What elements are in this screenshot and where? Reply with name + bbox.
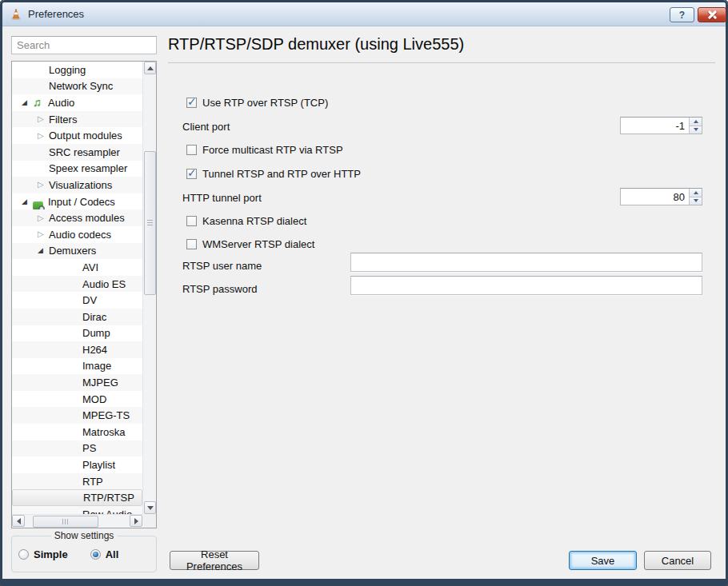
kasenna-row: Kasenna RTSP dialect xyxy=(186,215,306,227)
tree-item-label: Visualizations xyxy=(49,179,112,191)
tree-item-label: Matroska xyxy=(82,426,125,438)
tree-item-label: DV xyxy=(82,294,97,306)
spin-up-icon xyxy=(694,120,698,123)
show-settings-legend: Show settings xyxy=(51,530,118,541)
tree-item-label: Input / Codecs xyxy=(48,196,115,208)
tree-item-label: PS xyxy=(82,442,96,454)
horizontal-scroll-thumb[interactable] xyxy=(33,516,98,528)
tree-item-image[interactable]: Image xyxy=(12,358,142,375)
http-tunnel-port-label: HTTP tunnel port xyxy=(182,192,262,204)
tree-item-dirac[interactable]: Dirac xyxy=(12,309,142,325)
tree-item-mod[interactable]: MOD xyxy=(12,391,142,408)
collapse-arrow-icon[interactable]: ▷ xyxy=(38,181,49,189)
tree-item-label: Audio codecs xyxy=(49,229,111,241)
tree-item-rtp[interactable]: RTP xyxy=(12,473,142,490)
tree-item-output-modules[interactable]: ▷Output modules xyxy=(12,127,142,144)
wmserver-checkbox[interactable] xyxy=(186,239,197,249)
collapse-arrow-icon[interactable]: ▷ xyxy=(38,214,49,222)
horizontal-scrollbar[interactable] xyxy=(12,514,142,528)
tree-item-mpeg-ts[interactable]: MPEG-TS xyxy=(12,407,142,424)
simple-radio[interactable] xyxy=(18,549,29,560)
tree-item-label: Audio xyxy=(48,97,74,109)
kasenna-checkbox[interactable] xyxy=(186,216,197,226)
http-tunnel-port-spinner[interactable]: 80 xyxy=(620,188,702,205)
rtsp-user-input[interactable] xyxy=(350,253,702,272)
scroll-up-button[interactable] xyxy=(144,62,156,74)
tree-item-avi[interactable]: AVI xyxy=(12,259,142,276)
tree-item-label: Filters xyxy=(49,114,77,126)
rtsp-password-input[interactable] xyxy=(350,276,702,295)
expand-arrow-icon[interactable]: ◢ xyxy=(38,247,49,254)
page-title: RTP/RTSP/SDP demuxer (using Live555) xyxy=(168,35,464,54)
client-port-spinner[interactable]: -1 xyxy=(620,117,702,134)
tree-item-label: H264 xyxy=(82,344,107,356)
search-input[interactable] xyxy=(11,36,157,54)
spin-up-button[interactable] xyxy=(690,118,702,126)
all-radio[interactable] xyxy=(90,549,101,560)
tree-item-audio[interactable]: ◢♫Audio xyxy=(12,94,142,111)
close-button[interactable] xyxy=(698,7,726,22)
scroll-left-button[interactable] xyxy=(12,515,25,527)
tree-item-matroska[interactable]: Matroska xyxy=(12,424,142,440)
tree-item-audio-es[interactable]: Audio ES xyxy=(12,276,142,293)
tunnel-http-checkbox[interactable] xyxy=(186,169,197,179)
collapse-arrow-icon[interactable]: ▷ xyxy=(38,132,49,140)
tree-item-label: Dump xyxy=(82,327,110,339)
tree-item-speex-resampler[interactable]: Speex resampler xyxy=(12,161,142,177)
vlc-cone-icon xyxy=(10,8,22,21)
tree-item-network-sync[interactable]: Network Sync xyxy=(12,78,142,95)
tree-item-dv[interactable]: DV xyxy=(12,292,142,309)
kasenna-label: Kasenna RTSP dialect xyxy=(202,215,306,227)
spin-down-button[interactable] xyxy=(690,197,702,205)
expand-arrow-icon[interactable]: ◢ xyxy=(22,99,33,106)
tunnel-http-row: Tunnel RTSP and RTP over HTTP xyxy=(186,168,361,180)
down-arrow-icon xyxy=(147,506,154,510)
titlebar[interactable]: Preferences ? xyxy=(2,2,726,26)
tree-item-label: Audio ES xyxy=(82,278,126,290)
tunnel-http-label: Tunnel RTSP and RTP over HTTP xyxy=(202,168,361,180)
tree-item-playlist[interactable]: Playlist xyxy=(12,456,142,473)
reset-preferences-button[interactable]: Reset Preferences xyxy=(170,551,259,570)
tree-item-input-codecs[interactable]: ◢Input / Codecs xyxy=(12,193,142,210)
tree-item-raw-audio[interactable]: Raw Audio xyxy=(12,506,142,514)
tree-item-visualizations[interactable]: ▷Visualizations xyxy=(12,177,142,193)
title-divider xyxy=(168,62,715,63)
tree-item-h264[interactable]: H264 xyxy=(12,341,142,358)
spin-down-button[interactable] xyxy=(690,126,702,134)
tree-item-label: SRC resampler xyxy=(49,146,120,158)
scrollbar-corner xyxy=(142,514,156,528)
force-multicast-label: Force multicast RTP via RTSP xyxy=(202,144,343,156)
use-rtp-over-rtsp-label: Use RTP over RTSP (TCP) xyxy=(202,97,328,109)
tree-item-ps[interactable]: PS xyxy=(12,440,142,457)
help-button[interactable]: ? xyxy=(670,7,694,22)
tree-item-access-modules[interactable]: ▷Access modules xyxy=(12,209,142,226)
http-tunnel-port-spin-buttons xyxy=(689,189,702,205)
tree-item-rtp-rtsp[interactable]: RTP/RTSP xyxy=(12,489,142,506)
vertical-scroll-thumb[interactable] xyxy=(144,151,156,295)
vertical-scrollbar[interactable] xyxy=(142,62,156,514)
spin-up-button[interactable] xyxy=(690,189,702,197)
save-button[interactable]: Save xyxy=(569,551,637,570)
spin-up-icon xyxy=(694,191,698,194)
preferences-window: Preferences ? LoggingNetwork Sync◢♫Audio… xyxy=(0,0,728,586)
force-multicast-checkbox[interactable] xyxy=(186,145,197,155)
use-rtp-over-rtsp-checkbox[interactable] xyxy=(186,98,197,108)
left-arrow-icon xyxy=(17,518,21,524)
tree-item-src-resampler[interactable]: SRC resampler xyxy=(12,144,142,161)
tree-item-logging[interactable]: Logging xyxy=(12,62,142,78)
scroll-down-button[interactable] xyxy=(144,501,156,514)
rtsp-user-label: RTSP user name xyxy=(182,260,262,272)
cancel-button[interactable]: Cancel xyxy=(644,551,711,570)
tree-item-mjpeg[interactable]: MJPEG xyxy=(12,374,142,391)
tree-item-demuxers[interactable]: ◢Demuxers xyxy=(12,243,142,260)
tree-item-label: AVI xyxy=(82,261,98,273)
tree-item-audio-codecs[interactable]: ▷Audio codecs xyxy=(12,226,142,243)
scroll-right-button[interactable] xyxy=(130,515,142,527)
tree-item-label: Logging xyxy=(49,64,86,76)
expand-arrow-icon[interactable]: ◢ xyxy=(22,198,33,205)
collapse-arrow-icon[interactable]: ▷ xyxy=(38,115,49,123)
tree-item-filters[interactable]: ▷Filters xyxy=(12,111,142,128)
collapse-arrow-icon[interactable]: ▷ xyxy=(38,230,49,238)
save-label: Save xyxy=(591,555,615,567)
tree-item-dump[interactable]: Dump xyxy=(12,325,142,342)
